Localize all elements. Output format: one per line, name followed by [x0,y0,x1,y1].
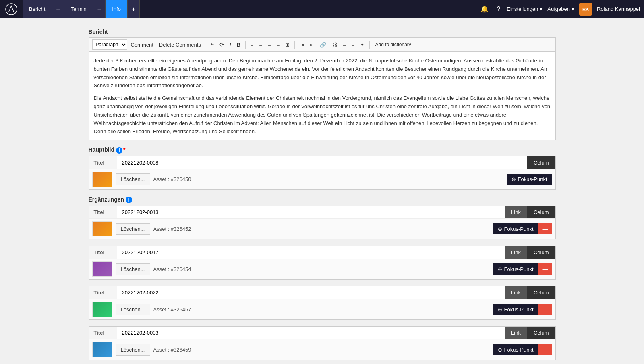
editor-paragraph-1: Jede der 3 Kirchen erstellte ein eigenes… [94,57,551,90]
ergaenzung-titel-row-1: Titel Link Celum [89,246,555,259]
ergaenzung-image-row-3: Löschen... Asset : #326459 ⊕ Fokus-Punkt… [89,339,555,360]
ergaenzung-titel-row-2: Titel Link Celum [89,286,555,299]
einstellungen-button[interactable]: Einstellungen ▾ [507,6,543,12]
ergaenzung-link-btn-1[interactable]: Link [505,246,527,259]
bericht-tab[interactable]: Bericht [23,0,52,18]
editor-area[interactable]: Jede der 3 Kirchen erstellte ein eigenes… [89,51,556,140]
ergaenzung-card-0: Titel Link Celum Löschen... Asset : #326… [89,206,556,239]
editor-toolbar: Paragraph Comment Delete Comments ❝ ⟳ I … [89,37,556,51]
ergaenzung-fokus-icon-2: ⊕ [498,306,502,313]
special-btn[interactable]: ✦ [358,41,367,49]
ergaenzung-right-btns-2: ⊕ Fokus-Punkt — [493,304,552,315]
align-center-btn[interactable]: ≡ [257,41,265,49]
ergaenzung-image-row-1: Löschen... Asset : #326454 ⊕ Fokus-Punkt… [89,259,555,279]
hauptbild-fokus-btn[interactable]: ⊕ Fokus-Punkt [507,174,552,185]
link-btn[interactable]: 🔗 [318,41,328,49]
ergaenzung-btns-1: Link Celum [505,246,555,259]
info-tab[interactable]: Info [106,0,128,18]
ergaenzung-link-btn-0[interactable]: Link [505,206,527,218]
ergaenzung-loschen-btn-3[interactable]: Löschen... [116,344,150,356]
ergaenzung-celum-btn-3[interactable]: Celum [527,327,555,339]
ergaenzungen-title: Ergänzungeni [89,196,556,204]
ergaenzung-titel-label-2: Titel [89,286,117,299]
ergaenzung-fokus-btn-3[interactable]: ⊕ Fokus-Punkt [493,344,538,355]
unlink-btn[interactable]: ⛓ [330,41,339,49]
user-menu-button[interactable]: Roland Kannappel [597,6,640,12]
termin-tab[interactable]: Termin [64,0,93,18]
ergaenzung-asset-text-1: Asset : #326454 [153,266,490,272]
help-button[interactable]: ? [495,4,502,14]
hauptbild-card: Titel Celum Löschen... Asset : #326450 ⊕… [89,156,556,190]
ergaenzung-image-row-0: Löschen... Asset : #326452 ⊕ Fokus-Punkt… [89,219,555,239]
indent-btn[interactable]: ⇥ [298,41,306,49]
comment-btn[interactable]: Comment [129,41,155,49]
hauptbild-titel-input[interactable] [117,156,527,169]
ergaenzung-link-btn-3[interactable]: Link [505,327,527,339]
ergaenzung-loschen-btn-1[interactable]: Löschen... [116,263,150,275]
sep-2 [245,41,246,49]
nav-plus-2[interactable]: + [93,0,106,18]
ergaenzung-fokus-icon-1: ⊕ [498,266,502,272]
hauptbild-image-row: Löschen... Asset : #326450 ⊕ Fokus-Punkt [89,169,555,189]
align-left-btn[interactable]: ≡ [248,41,256,49]
hauptbild-asset-text: Asset : #326450 [153,176,503,182]
ergaenzung-link-btn-2[interactable]: Link [505,286,527,299]
nav-plus-3[interactable]: + [128,0,140,18]
ergaenzung-titel-input-2[interactable] [117,286,505,299]
bold-btn[interactable]: B [235,41,242,49]
quote-btn[interactable]: ❝ [209,41,216,49]
ergaenzung-fokus-btn-1[interactable]: ⊕ Fokus-Punkt [493,263,538,275]
nav-plus-1[interactable]: + [52,0,64,18]
ergaenzung-fokus-btn-0[interactable]: ⊕ Fokus-Punkt [493,223,538,234]
ergaenzung-delete-btn-2[interactable]: — [538,304,552,315]
ergaenzung-thumb-2 [92,302,112,317]
ergaenzung-celum-btn-1[interactable]: Celum [527,246,555,259]
navbar-right: 🔔 ? Einstellungen ▾ Aufgaben ▾ RK Roland… [479,3,640,16]
navbar: Bericht + Termin + Info + 🔔 ? Einstellun… [0,0,644,18]
ergaenzung-delete-btn-1[interactable]: — [538,263,552,275]
ergaenzung-celum-btn-0[interactable]: Celum [527,206,555,218]
ergaenzung-asset-text-2: Asset : #326457 [153,306,490,313]
hauptbild-celum-btn[interactable]: Celum [527,156,555,169]
align-right-btn[interactable]: ≡ [266,41,273,49]
bell-button[interactable]: 🔔 [479,4,490,14]
ergaenzung-fokus-btn-2[interactable]: ⊕ Fokus-Punkt [493,304,538,315]
ergaenzung-thumb-1 [92,261,112,277]
align-justify-btn[interactable]: ≡ [275,41,282,49]
ergaenzungen-info-icon: i [126,197,132,203]
ergaenzung-titel-input-3[interactable] [117,327,505,339]
ergaenzung-delete-btn-3[interactable]: — [538,344,552,355]
hauptbild-thumb [92,172,112,187]
ergaenzung-btns-2: Link Celum [505,286,555,299]
outdent-btn[interactable]: ⇤ [308,41,316,49]
ergaenzung-celum-btn-2[interactable]: Celum [527,286,555,299]
paragraph-select[interactable]: Paragraph [92,39,127,50]
ergaenzung-titel-input-0[interactable] [117,206,505,218]
list-ul-btn[interactable]: ≡ [341,41,348,49]
format-btn1[interactable]: ⟳ [217,41,226,49]
ergaenzung-right-btns-3: ⊕ Fokus-Punkt — [493,344,552,355]
add-to-dict-btn[interactable]: Add to dictionary [373,41,413,48]
hauptbild-titel-row: Titel Celum [89,156,555,169]
hauptbild-title: Hauptbildi* [89,146,556,154]
hauptbild-loschen-btn[interactable]: Löschen... [116,173,150,185]
italic-btn[interactable]: I [228,41,233,49]
sep-3 [294,41,295,49]
main-content: Bericht Paragraph Comment Delete Comment… [81,18,564,364]
hauptbild-titel-label: Titel [89,156,117,169]
ergaenzung-titel-label-3: Titel [89,327,117,339]
ergaenzung-fokus-icon-0: ⊕ [498,226,502,232]
table-btn[interactable]: ⊞ [283,41,292,49]
ergaenzung-btns-0: Link Celum [505,206,555,218]
ergaenzung-loschen-btn-2[interactable]: Löschen... [116,304,150,315]
ergaenzung-right-btns-0: ⊕ Fokus-Punkt — [493,223,552,234]
ergaenzung-delete-btn-0[interactable]: — [538,223,552,234]
ergaenzung-right-btns-1: ⊕ Fokus-Punkt — [493,263,552,275]
ergaenzung-loschen-btn-0[interactable]: Löschen... [116,223,150,235]
ergaenzung-titel-label-1: Titel [89,246,117,259]
ergaenzung-titel-input-1[interactable] [117,246,505,259]
aufgaben-button[interactable]: Aufgaben ▾ [547,6,574,12]
editor-paragraph-2: Die Andacht selbst stellte die Gemeinsch… [94,94,551,136]
delete-comments-btn[interactable]: Delete Comments [157,41,203,49]
list-ol-btn[interactable]: ≡ [350,41,357,49]
